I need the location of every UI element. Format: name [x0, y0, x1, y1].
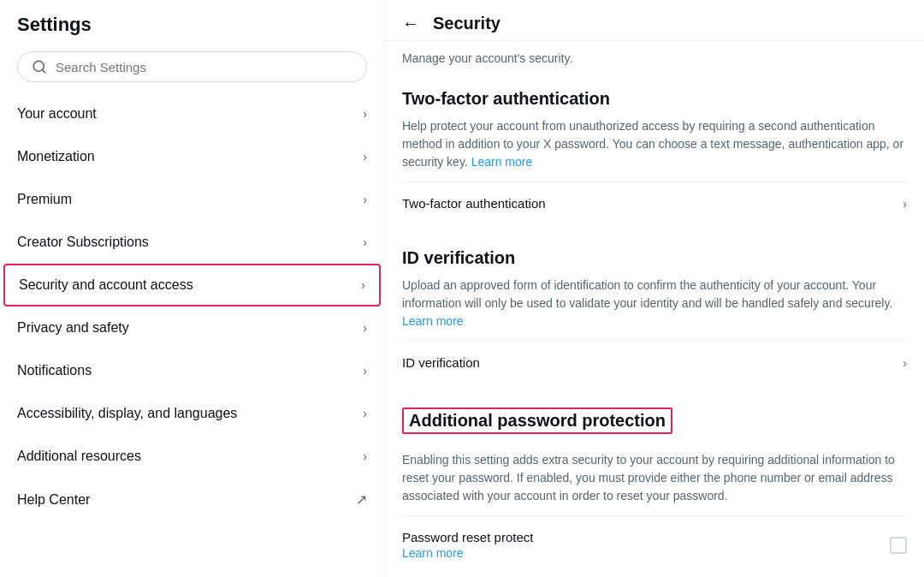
section-heading-two-factor-auth: Two-factor authentication [402, 89, 907, 109]
section-heading-id-verification: ID verification [402, 248, 907, 268]
sidebar-item-premium[interactable]: Premium › [0, 178, 384, 221]
section-heading-additional-password-protection: Additional password protection [402, 407, 672, 434]
sidebar-item-monetization[interactable]: Monetization › [0, 135, 384, 178]
two-factor-auth-row[interactable]: Two-factor authentication › [402, 181, 907, 224]
content-title: Security [433, 14, 500, 33]
content-header: ← Security [385, 0, 924, 41]
section-desc-additional-password-protection: Enabling this setting adds extra securit… [402, 451, 907, 505]
chevron-icon: › [363, 235, 367, 249]
sidebar-nav: Your account › Monetization › Premium › … [0, 92, 384, 521]
back-button[interactable]: ← [402, 14, 419, 33]
sidebar: Settings Your account › Monetization › P… [0, 0, 385, 577]
search-input[interactable] [56, 60, 352, 74]
search-box[interactable] [17, 51, 367, 82]
learn-more-two-factor-auth[interactable]: Learn more [471, 155, 533, 169]
password-reset-label: Password reset protect [402, 530, 533, 544]
sidebar-item-accessibility-display-languages[interactable]: Accessibility, display, and languages › [0, 392, 384, 435]
section-desc-id-verification: Upload an approved form of identificatio… [402, 277, 907, 330]
search-icon [32, 59, 47, 74]
sidebar-item-additional-resources[interactable]: Additional resources › [0, 435, 384, 478]
chevron-icon: › [363, 449, 367, 463]
content-subtitle: Manage your account's security. [385, 41, 924, 72]
chevron-icon: › [363, 150, 367, 164]
sidebar-item-your-account[interactable]: Your account › [0, 92, 384, 135]
content-panel: ← Security Manage your account's securit… [385, 0, 924, 577]
search-container [0, 45, 384, 92]
sidebar-item-notifications[interactable]: Notifications › [0, 349, 384, 392]
section-desc-two-factor-auth: Help protect your account from unauthori… [402, 117, 907, 171]
section-additional-password-protection: Additional password protection Enabling … [385, 390, 924, 574]
sidebar-item-security-and-account-access[interactable]: Security and account access › [3, 264, 381, 306]
section-two-factor-auth: Two-factor authentication Help protect y… [385, 72, 924, 224]
sidebar-item-privacy-and-safety[interactable]: Privacy and safety › [0, 306, 384, 349]
chevron-icon: › [363, 107, 367, 121]
id-verification-row[interactable]: ID verification › [402, 341, 907, 384]
learn-more-id-verification[interactable]: Learn more [402, 314, 464, 328]
password-reset-row: Password reset protect Learn more [402, 515, 907, 574]
chevron-icon: › [903, 356, 907, 370]
sidebar-item-help-center[interactable]: Help Center ↗ [0, 478, 384, 521]
chevron-icon: › [903, 197, 907, 211]
chevron-icon: › [363, 321, 367, 335]
svg-line-1 [42, 69, 44, 72]
chevron-icon: › [363, 407, 367, 420]
chevron-icon: › [363, 193, 367, 206]
section-id-verification: ID verification Upload an approved form … [385, 231, 924, 384]
learn-more-password-reset[interactable]: Learn more [402, 546, 464, 560]
external-link-icon: ↗ [356, 491, 367, 508]
sidebar-title: Settings [0, 0, 384, 45]
chevron-icon: › [363, 364, 367, 378]
password-reset-checkbox[interactable] [890, 537, 907, 554]
chevron-icon: › [361, 278, 365, 292]
sidebar-item-creator-subscriptions[interactable]: Creator Subscriptions › [0, 221, 384, 264]
